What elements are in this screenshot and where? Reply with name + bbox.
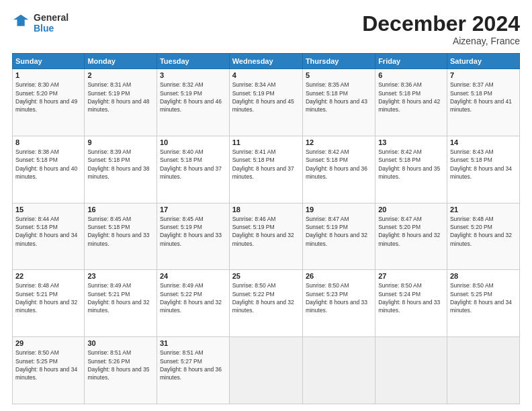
day-number: 5 xyxy=(306,71,372,79)
day-number: 28 xyxy=(450,272,517,280)
day-detail: Sunrise: 8:49 AMSunset: 5:21 PMDaylight:… xyxy=(87,281,154,314)
day-number: 24 xyxy=(160,272,226,280)
header-thursday: Thursday xyxy=(302,54,375,69)
page: General Blue December 2024 Aizenay, Fran… xyxy=(0,0,532,411)
calendar-cell: 5Sunrise: 8:35 AMSunset: 5:18 PMDaylight… xyxy=(302,69,375,136)
day-number: 19 xyxy=(306,205,372,214)
calendar-cell xyxy=(302,337,375,404)
logo-icon xyxy=(12,13,31,32)
day-detail: Sunrise: 8:40 AMSunset: 5:18 PMDaylight:… xyxy=(160,148,226,181)
logo-text: General Blue xyxy=(34,12,69,34)
calendar-cell: 4Sunrise: 8:34 AMSunset: 5:19 PMDaylight… xyxy=(229,69,302,136)
title-block: December 2024 Aizenay, France xyxy=(362,12,520,46)
day-number: 30 xyxy=(87,339,154,347)
day-detail: Sunrise: 8:42 AMSunset: 5:18 PMDaylight:… xyxy=(378,148,444,181)
week-row-3: 15Sunrise: 8:44 AMSunset: 5:18 PMDayligh… xyxy=(13,203,520,270)
day-detail: Sunrise: 8:51 AMSunset: 5:26 PMDaylight:… xyxy=(87,349,154,381)
month-title: December 2024 xyxy=(362,12,520,36)
calendar-cell: 17Sunrise: 8:45 AMSunset: 5:19 PMDayligh… xyxy=(157,203,229,270)
calendar-table: SundayMondayTuesdayWednesdayThursdayFrid… xyxy=(12,53,520,404)
calendar-header-row: SundayMondayTuesdayWednesdayThursdayFrid… xyxy=(13,54,520,69)
day-number: 8 xyxy=(15,138,81,146)
calendar-cell: 11Sunrise: 8:41 AMSunset: 5:18 PMDayligh… xyxy=(229,136,302,203)
day-detail: Sunrise: 8:50 AMSunset: 5:24 PMDaylight:… xyxy=(378,281,444,314)
day-detail: Sunrise: 8:37 AMSunset: 5:18 PMDaylight:… xyxy=(450,81,517,113)
week-row-5: 29Sunrise: 8:50 AMSunset: 5:25 PMDayligh… xyxy=(13,337,520,404)
calendar-cell: 1Sunrise: 8:30 AMSunset: 5:20 PMDaylight… xyxy=(13,69,85,136)
calendar-cell: 15Sunrise: 8:44 AMSunset: 5:18 PMDayligh… xyxy=(13,203,85,270)
day-number: 26 xyxy=(306,272,372,280)
calendar-cell: 23Sunrise: 8:49 AMSunset: 5:21 PMDayligh… xyxy=(85,270,157,337)
day-number: 29 xyxy=(15,339,81,347)
header: General Blue December 2024 Aizenay, Fran… xyxy=(12,12,520,46)
day-number: 11 xyxy=(232,138,300,146)
day-number: 31 xyxy=(160,339,226,347)
day-number: 7 xyxy=(450,71,517,79)
day-detail: Sunrise: 8:36 AMSunset: 5:18 PMDaylight:… xyxy=(378,81,444,113)
calendar-cell: 21Sunrise: 8:48 AMSunset: 5:20 PMDayligh… xyxy=(447,203,519,270)
day-number: 1 xyxy=(15,71,81,79)
day-detail: Sunrise: 8:46 AMSunset: 5:19 PMDaylight:… xyxy=(232,215,300,248)
day-number: 15 xyxy=(15,205,81,214)
calendar-cell: 29Sunrise: 8:50 AMSunset: 5:25 PMDayligh… xyxy=(13,337,85,404)
day-number: 12 xyxy=(306,138,372,146)
day-number: 14 xyxy=(450,138,517,146)
day-detail: Sunrise: 8:45 AMSunset: 5:18 PMDaylight:… xyxy=(87,215,154,248)
header-friday: Friday xyxy=(375,54,447,69)
calendar-cell xyxy=(229,337,302,404)
day-number: 3 xyxy=(160,71,226,79)
day-detail: Sunrise: 8:50 AMSunset: 5:25 PMDaylight:… xyxy=(450,281,517,314)
calendar-cell xyxy=(447,337,519,404)
day-detail: Sunrise: 8:35 AMSunset: 5:18 PMDaylight:… xyxy=(306,81,372,113)
day-number: 10 xyxy=(160,138,226,146)
day-detail: Sunrise: 8:50 AMSunset: 5:22 PMDaylight:… xyxy=(232,281,300,314)
calendar-cell: 7Sunrise: 8:37 AMSunset: 5:18 PMDaylight… xyxy=(447,69,519,136)
calendar-cell: 8Sunrise: 8:38 AMSunset: 5:18 PMDaylight… xyxy=(13,136,85,203)
calendar-cell: 25Sunrise: 8:50 AMSunset: 5:22 PMDayligh… xyxy=(229,270,302,337)
calendar-cell: 27Sunrise: 8:50 AMSunset: 5:24 PMDayligh… xyxy=(375,270,447,337)
calendar-cell: 12Sunrise: 8:42 AMSunset: 5:18 PMDayligh… xyxy=(302,136,375,203)
day-detail: Sunrise: 8:51 AMSunset: 5:27 PMDaylight:… xyxy=(160,349,226,381)
calendar-cell: 19Sunrise: 8:47 AMSunset: 5:19 PMDayligh… xyxy=(302,203,375,270)
calendar-cell: 31Sunrise: 8:51 AMSunset: 5:27 PMDayligh… xyxy=(157,337,229,404)
day-detail: Sunrise: 8:45 AMSunset: 5:19 PMDaylight:… xyxy=(160,215,226,248)
logo: General Blue xyxy=(12,12,69,34)
day-number: 20 xyxy=(378,205,444,214)
calendar-cell: 2Sunrise: 8:31 AMSunset: 5:19 PMDaylight… xyxy=(85,69,157,136)
day-detail: Sunrise: 8:42 AMSunset: 5:18 PMDaylight:… xyxy=(306,148,372,181)
day-detail: Sunrise: 8:39 AMSunset: 5:18 PMDaylight:… xyxy=(87,148,154,181)
day-number: 21 xyxy=(450,205,517,214)
day-detail: Sunrise: 8:30 AMSunset: 5:20 PMDaylight:… xyxy=(15,81,81,113)
day-detail: Sunrise: 8:50 AMSunset: 5:23 PMDaylight:… xyxy=(306,281,372,314)
calendar-cell: 26Sunrise: 8:50 AMSunset: 5:23 PMDayligh… xyxy=(302,270,375,337)
day-number: 18 xyxy=(232,205,300,214)
calendar-cell: 14Sunrise: 8:43 AMSunset: 5:18 PMDayligh… xyxy=(447,136,519,203)
day-detail: Sunrise: 8:32 AMSunset: 5:19 PMDaylight:… xyxy=(160,81,226,113)
day-number: 23 xyxy=(87,272,154,280)
calendar-cell: 3Sunrise: 8:32 AMSunset: 5:19 PMDaylight… xyxy=(157,69,229,136)
day-detail: Sunrise: 8:38 AMSunset: 5:18 PMDaylight:… xyxy=(15,148,81,181)
day-detail: Sunrise: 8:47 AMSunset: 5:20 PMDaylight:… xyxy=(378,215,444,248)
day-number: 13 xyxy=(378,138,444,146)
calendar-cell: 16Sunrise: 8:45 AMSunset: 5:18 PMDayligh… xyxy=(85,203,157,270)
svg-marker-0 xyxy=(13,15,28,26)
day-detail: Sunrise: 8:41 AMSunset: 5:18 PMDaylight:… xyxy=(232,148,300,181)
calendar-cell: 30Sunrise: 8:51 AMSunset: 5:26 PMDayligh… xyxy=(85,337,157,404)
day-number: 16 xyxy=(87,205,154,214)
day-detail: Sunrise: 8:43 AMSunset: 5:18 PMDaylight:… xyxy=(450,148,517,181)
calendar-cell: 20Sunrise: 8:47 AMSunset: 5:20 PMDayligh… xyxy=(375,203,447,270)
calendar-cell: 13Sunrise: 8:42 AMSunset: 5:18 PMDayligh… xyxy=(375,136,447,203)
day-detail: Sunrise: 8:49 AMSunset: 5:22 PMDaylight:… xyxy=(160,281,226,314)
header-saturday: Saturday xyxy=(447,54,519,69)
day-number: 9 xyxy=(87,138,154,146)
day-number: 27 xyxy=(378,272,444,280)
calendar-cell: 10Sunrise: 8:40 AMSunset: 5:18 PMDayligh… xyxy=(157,136,229,203)
day-number: 22 xyxy=(15,272,81,280)
week-row-1: 1Sunrise: 8:30 AMSunset: 5:20 PMDaylight… xyxy=(13,69,520,136)
header-tuesday: Tuesday xyxy=(157,54,229,69)
calendar-cell: 22Sunrise: 8:48 AMSunset: 5:21 PMDayligh… xyxy=(13,270,85,337)
calendar-cell: 18Sunrise: 8:46 AMSunset: 5:19 PMDayligh… xyxy=(229,203,302,270)
location: Aizenay, France xyxy=(362,36,520,46)
day-detail: Sunrise: 8:48 AMSunset: 5:21 PMDaylight:… xyxy=(15,281,81,314)
day-number: 2 xyxy=(87,71,154,79)
